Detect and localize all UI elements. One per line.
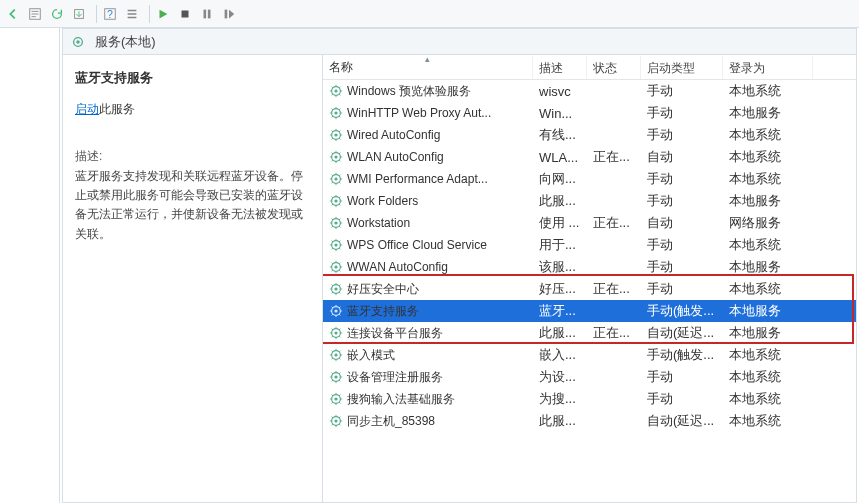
table-row[interactable]: Workstation使用 ...正在...自动网络服务	[323, 212, 856, 234]
properties-icon[interactable]	[28, 5, 46, 23]
cell-startup: 手动	[641, 236, 723, 254]
cell-logon: 本地系统	[723, 368, 813, 386]
svg-rect-5	[204, 9, 207, 18]
cell-desc: 为设...	[533, 368, 587, 386]
cell-desc: 此服...	[533, 412, 587, 430]
table-row[interactable]: 搜狗输入法基础服务为搜...手动本地系统	[323, 388, 856, 410]
list-icon[interactable]	[125, 5, 143, 23]
table-row[interactable]: 好压安全中心好压...正在...手动本地系统	[323, 278, 856, 300]
cell-startup: 手动	[641, 280, 723, 298]
table-row[interactable]: WLAN AutoConfigWLA...正在...自动本地系统	[323, 146, 856, 168]
svg-point-27	[334, 265, 337, 268]
cell-logon: 本地系统	[723, 390, 813, 408]
service-icon	[329, 150, 347, 164]
cell-name: 连接设备平台服务	[323, 325, 533, 342]
col-logon[interactable]: 登录为	[723, 56, 813, 79]
cell-name: 设备管理注册服务	[323, 369, 533, 386]
svg-rect-7	[225, 9, 228, 18]
description-text: 蓝牙服务支持发现和关联远程蓝牙设备。停止或禁用此服务可能会导致已安装的蓝牙设备无…	[75, 167, 310, 244]
svg-rect-6	[208, 9, 211, 18]
svg-point-39	[334, 397, 337, 400]
cell-name: 嵌入模式	[323, 347, 533, 364]
table-row[interactable]: 同步主机_85398此服...自动(延迟...本地系统	[323, 410, 856, 432]
service-title: 蓝牙支持服务	[75, 69, 310, 87]
svg-point-33	[334, 331, 337, 334]
cell-startup: 自动	[641, 214, 723, 232]
cell-desc: 此服...	[533, 192, 587, 210]
cell-name: Windows 预览体验服务	[323, 83, 533, 100]
service-icon	[329, 172, 347, 186]
svg-point-37	[334, 375, 337, 378]
cell-logon: 本地服务	[723, 324, 813, 342]
refresh-icon[interactable]	[50, 5, 68, 23]
service-icon	[329, 128, 347, 142]
table-row[interactable]: 连接设备平台服务此服...正在...自动(延迟...本地服务	[323, 322, 856, 344]
restart-icon[interactable]	[222, 5, 240, 23]
cell-startup: 自动(延迟...	[641, 324, 723, 342]
cell-startup: 手动(触发...	[641, 346, 723, 364]
cell-status: 正在...	[587, 280, 641, 298]
cell-desc: 使用 ...	[533, 214, 587, 232]
table-row[interactable]: WWAN AutoConfig该服...手动本地服务	[323, 256, 856, 278]
table-row[interactable]: Windows 预览体验服务wisvc手动本地系统	[323, 80, 856, 102]
cell-startup: 手动	[641, 170, 723, 188]
back-icon[interactable]	[6, 5, 24, 23]
table-row[interactable]: WMI Performance Adapt...向网...手动本地系统	[323, 168, 856, 190]
cell-name: 蓝牙支持服务	[323, 303, 533, 320]
cell-desc: 用于...	[533, 236, 587, 254]
service-icon	[329, 260, 347, 274]
start-icon[interactable]	[156, 5, 174, 23]
cell-name: WMI Performance Adapt...	[323, 172, 533, 186]
cell-startup: 自动(延迟...	[641, 412, 723, 430]
sort-indicator-icon: ▴	[425, 56, 430, 64]
table-row[interactable]: WinHTTP Web Proxy Aut...Win...手动本地服务	[323, 102, 856, 124]
cell-startup: 手动	[641, 390, 723, 408]
svg-point-21	[334, 199, 337, 202]
gear-icon	[71, 35, 85, 49]
col-startup[interactable]: 启动类型	[641, 56, 723, 79]
cell-name: WWAN AutoConfig	[323, 260, 533, 274]
svg-point-25	[334, 243, 337, 246]
table-row[interactable]: WPS Office Cloud Service用于...手动本地系统	[323, 234, 856, 256]
service-icon	[329, 370, 347, 384]
svg-point-31	[334, 309, 337, 312]
cell-logon: 本地服务	[723, 258, 813, 276]
cell-logon: 本地系统	[723, 82, 813, 100]
cell-desc: WLA...	[533, 150, 587, 165]
cell-logon: 本地系统	[723, 236, 813, 254]
help-icon[interactable]: ?	[103, 5, 121, 23]
service-icon	[329, 194, 347, 208]
svg-point-13	[334, 111, 337, 114]
detail-pane: 蓝牙支持服务 启动此服务 描述: 蓝牙服务支持发现和关联远程蓝牙设备。停止或禁用…	[63, 55, 323, 502]
table-row[interactable]: 设备管理注册服务为设...手动本地系统	[323, 366, 856, 388]
stop-icon[interactable]	[178, 5, 196, 23]
cell-desc: 为搜...	[533, 390, 587, 408]
start-link[interactable]: 启动	[75, 102, 99, 116]
service-icon	[329, 282, 347, 296]
description-label: 描述:	[75, 148, 310, 165]
cell-name: Wired AutoConfig	[323, 128, 533, 142]
table-row[interactable]: 嵌入模式嵌入...手动(触发...本地系统	[323, 344, 856, 366]
start-service-link[interactable]: 启动此服务	[75, 101, 135, 118]
cell-name: 好压安全中心	[323, 281, 533, 298]
cell-desc: 向网...	[533, 170, 587, 188]
svg-point-29	[334, 287, 337, 290]
tree-pane	[0, 28, 60, 503]
cell-logon: 本地系统	[723, 346, 813, 364]
cell-desc: Win...	[533, 106, 587, 121]
table-row[interactable]: 蓝牙支持服务蓝牙...手动(触发...本地服务	[323, 300, 856, 322]
cell-status: 正在...	[587, 214, 641, 232]
service-icon	[329, 216, 347, 230]
cell-startup: 手动	[641, 258, 723, 276]
table-row[interactable]: Wired AutoConfig有线...手动本地系统	[323, 124, 856, 146]
table-row[interactable]: Work Folders此服...手动本地服务	[323, 190, 856, 212]
col-desc[interactable]: 描述	[533, 56, 587, 79]
cell-logon: 本地系统	[723, 412, 813, 430]
col-status[interactable]: 状态	[587, 56, 641, 79]
cell-startup: 手动	[641, 192, 723, 210]
pause-icon[interactable]	[200, 5, 218, 23]
export-icon[interactable]	[72, 5, 90, 23]
col-name[interactable]: 名称▴	[323, 56, 533, 79]
cell-startup: 手动	[641, 368, 723, 386]
breadcrumb-text: 服务(本地)	[95, 33, 156, 51]
